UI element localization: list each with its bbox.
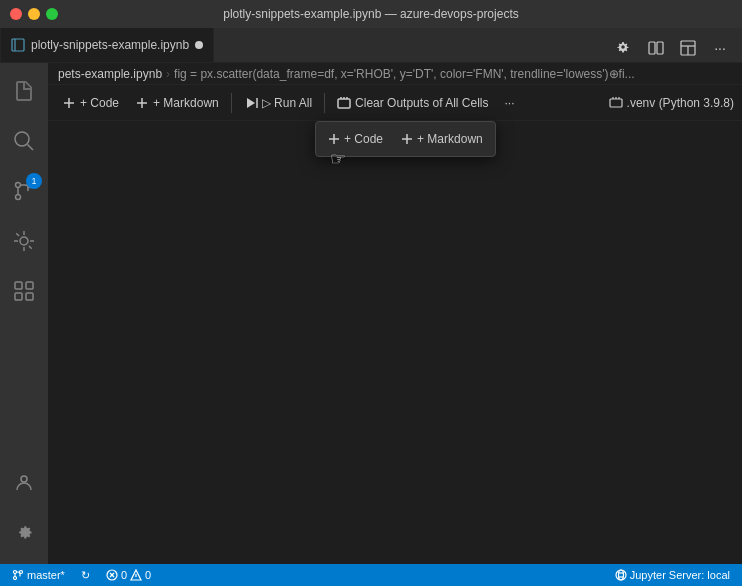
svg-line-8	[28, 145, 34, 151]
popup-plus-code-icon	[328, 133, 340, 145]
sidebar-item-extensions[interactable]	[0, 267, 48, 315]
svg-rect-0	[12, 39, 24, 51]
svg-point-54	[618, 570, 623, 580]
svg-rect-2	[649, 42, 655, 54]
svg-marker-29	[247, 98, 255, 108]
gear-icon	[616, 40, 632, 56]
git-branch-icon	[12, 569, 24, 581]
sync-item[interactable]: ↻	[77, 564, 94, 586]
window-title: plotly-snippets-example.ipynb — azure-de…	[223, 7, 518, 21]
status-right: Jupyter Server: local	[611, 564, 734, 586]
clear-outputs-label: Clear Outputs of All Cells	[355, 96, 488, 110]
more-button[interactable]: ···	[706, 34, 734, 62]
tab-bar: plotly-snippets-example.ipynb ···	[0, 28, 742, 63]
run-all-button[interactable]: ▷ Run All	[238, 90, 318, 116]
git-branch-item[interactable]: master*	[8, 564, 69, 586]
activity-bar: 1	[0, 63, 48, 564]
svg-rect-23	[26, 293, 33, 300]
traffic-lights	[10, 8, 58, 20]
breadcrumb-part2: fig = px.scatter(data_frame=df, x='RHOB'…	[174, 67, 635, 81]
errors-count: 0	[121, 569, 127, 581]
popup-plus-markdown-icon	[401, 133, 413, 145]
layout-icon	[680, 40, 696, 56]
popup-markdown-label: + Markdown	[417, 132, 483, 146]
maximize-button[interactable]	[46, 8, 58, 20]
more-dots: ···	[504, 96, 514, 110]
toolbar-separator-2	[324, 93, 325, 113]
add-cell-popup: + Code + Markdown	[315, 121, 496, 157]
toolbar-separator-1	[231, 93, 232, 113]
add-code-label: + Code	[80, 96, 119, 110]
breadcrumb: pets-example.ipynb › fig = px.scatter(da…	[48, 63, 742, 85]
breadcrumb-separator: ›	[166, 67, 170, 81]
run-all-icon	[244, 96, 258, 110]
status-left: master* ↻ 0 0	[8, 564, 155, 586]
popup-add-code-button[interactable]: + Code	[320, 126, 391, 152]
activity-bar-bottom	[0, 458, 48, 564]
svg-point-7	[15, 132, 29, 146]
svg-point-51	[616, 570, 626, 580]
popup-code-label: + Code	[344, 132, 383, 146]
svg-point-11	[16, 195, 21, 200]
sidebar-item-debug[interactable]	[0, 217, 48, 265]
settings-icon	[13, 521, 35, 543]
kernel-label: .venv (Python 3.9.8)	[627, 96, 734, 110]
plus-markdown-icon	[135, 96, 149, 110]
plus-icon	[62, 96, 76, 110]
search-icon	[12, 129, 36, 153]
run-all-label: ▷ Run All	[262, 96, 312, 110]
sidebar-item-files[interactable]	[0, 67, 48, 115]
svg-point-24	[21, 476, 27, 482]
notebook-icon	[11, 38, 25, 52]
svg-rect-3	[657, 42, 663, 54]
debug-icon	[12, 229, 36, 253]
error-icon	[106, 569, 118, 581]
toolbar-right: .venv (Python 3.9.8)	[609, 96, 734, 110]
add-markdown-label: + Markdown	[153, 96, 219, 110]
kernel-info[interactable]: .venv (Python 3.9.8)	[609, 96, 734, 110]
more-options-button[interactable]: ···	[498, 90, 520, 116]
source-control-badge: 1	[26, 173, 42, 189]
warning-icon	[130, 569, 142, 581]
popup-add-markdown-button[interactable]: + Markdown	[393, 126, 491, 152]
jupyter-server-item[interactable]: Jupyter Server: local	[611, 564, 734, 586]
split-icon	[648, 40, 664, 56]
active-tab[interactable]: plotly-snippets-example.ipynb	[0, 27, 214, 62]
sidebar-item-accounts[interactable]	[0, 458, 48, 506]
tab-filename: plotly-snippets-example.ipynb	[31, 38, 189, 52]
minimize-button[interactable]	[28, 8, 40, 20]
close-button[interactable]	[10, 8, 22, 20]
svg-point-13	[20, 237, 28, 245]
sidebar-item-settings[interactable]	[0, 508, 48, 556]
sidebar-item-search[interactable]	[0, 117, 48, 165]
add-code-button[interactable]: + Code	[56, 90, 125, 116]
errors-item[interactable]: 0 0	[102, 564, 155, 586]
add-markdown-button[interactable]: + Markdown	[129, 90, 225, 116]
status-bar: master* ↻ 0 0 Jup	[0, 564, 742, 586]
layout-button[interactable]	[674, 34, 702, 62]
warnings-count: 0	[145, 569, 151, 581]
svg-rect-21	[26, 282, 33, 289]
sync-icon: ↻	[81, 569, 90, 582]
svg-rect-35	[610, 99, 622, 107]
kernel-icon	[609, 96, 623, 110]
svg-rect-31	[338, 99, 350, 108]
svg-rect-20	[15, 282, 22, 289]
accounts-icon	[13, 471, 35, 493]
extensions-icon	[12, 279, 36, 303]
svg-line-19	[29, 246, 32, 249]
tab-actions: ···	[610, 34, 742, 62]
notebook-toolbar: + Code + Markdown ▷ Run All	[48, 85, 742, 121]
clear-icon	[337, 96, 351, 110]
svg-line-18	[16, 233, 19, 236]
title-bar: plotly-snippets-example.ipynb — azure-de…	[0, 0, 742, 28]
sidebar-item-source-control[interactable]: 1	[0, 167, 48, 215]
clear-outputs-button[interactable]: Clear Outputs of All Cells	[331, 90, 494, 116]
svg-rect-22	[15, 293, 22, 300]
git-branch-label: master*	[27, 569, 65, 581]
gear-button[interactable]	[610, 34, 638, 62]
split-button[interactable]	[642, 34, 670, 62]
files-icon	[12, 79, 36, 103]
unsaved-dot	[195, 41, 203, 49]
notebook-content	[48, 121, 742, 564]
